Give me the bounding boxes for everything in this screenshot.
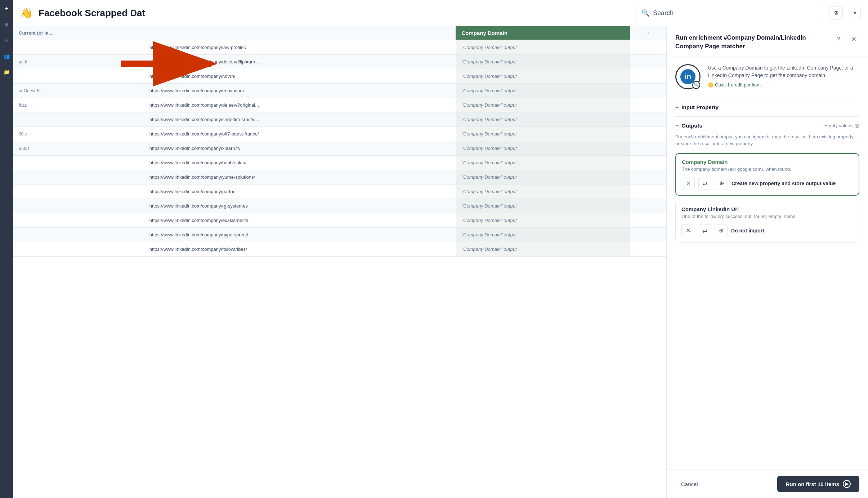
output-2-ignore-button[interactable]: ✕ (681, 224, 694, 237)
cell-company-domain: "Company Domain" output (456, 127, 630, 141)
outputs-label-text: Outputs (681, 123, 702, 129)
col-header-add[interactable]: + (630, 26, 666, 40)
cell-url: https://www.linkedin.com/company/deleev/… (144, 55, 456, 69)
cell-add (630, 98, 666, 112)
cell-url: https://www.linkedin.com/company/xlearn.… (144, 141, 456, 156)
output-1-create-button[interactable]: ⊕ (715, 177, 728, 190)
cell-company-domain: "Company Domain" output (456, 40, 630, 55)
cell-url: https://www.linkedin.com/company/enovaco… (144, 84, 456, 98)
table-row: https://www.linkedin.com/company/bubblep… (13, 156, 666, 170)
cell-add (630, 213, 666, 228)
sidebar-icon-people[interactable]: 👥 (2, 52, 11, 61)
outputs-toggle-icon: − (675, 123, 679, 129)
table-row: https://www.linkedin.com/company/partoo"… (13, 184, 666, 199)
run-button[interactable]: Run on first 10 items ▶ (777, 476, 859, 492)
output-2-action-label: Do not import (731, 228, 764, 234)
cell-company-domain: "Company Domain" output (456, 228, 630, 242)
sidebar-icon-grid[interactable]: ⊞ (2, 20, 11, 29)
cell-add (630, 141, 666, 156)
cell-add (630, 40, 666, 55)
divider-2 (675, 116, 859, 117)
chevron-down-button[interactable]: ▾ (849, 7, 861, 19)
search-bar-container: 🔍 (636, 6, 823, 20)
output-2-map-button[interactable]: ⇄ (698, 224, 711, 237)
cell-left-label (13, 69, 144, 84)
cell-add (630, 84, 666, 98)
table-row: fuzzhttps://www.linkedin.com/company/del… (13, 98, 666, 112)
filter-button[interactable]: ⚗ (829, 6, 843, 20)
cell-left-label: perti (13, 55, 144, 69)
cell-left-label (13, 228, 144, 242)
cell-company-domain: "Company Domain" output (456, 213, 630, 228)
cell-company-domain: "Company Domain" output (456, 55, 630, 69)
output-1-ignore-button[interactable]: ✕ (682, 177, 695, 190)
table-row: https://www.linkedin.com/company/hypersp… (13, 228, 666, 242)
eraser-icon: 🗑 (855, 123, 859, 128)
data-table: Current (or la... Company Domain + https… (13, 26, 666, 257)
panel-body: in 🔍 Use a Company Domain to get the Lin… (667, 57, 868, 470)
output-card-1-desc: The company domain (ex: google.com), whe… (682, 166, 853, 172)
output-1-action-label: Create new property and store output val… (731, 181, 836, 186)
close-button[interactable]: ✕ (848, 34, 859, 45)
table-row: https://www.linkedin.com/company/exakis-… (13, 213, 666, 228)
cell-left-label (13, 213, 144, 228)
run-button-icon: ▶ (843, 480, 851, 488)
run-button-label: Run on first 10 items (786, 481, 839, 487)
search-overlay-icon: 🔍 (692, 81, 700, 89)
info-description: Use a Company Domain to get the LinkedIn… (708, 64, 859, 89)
sidebar-icon-plus[interactable]: + (2, 4, 11, 13)
sidebar-icon-folder[interactable]: 📁 (2, 68, 11, 76)
cell-left-label (13, 242, 144, 257)
cell-left-label (13, 170, 144, 184)
table-row: https://www.linkedin.com/company/followt… (13, 242, 666, 257)
cell-url: https://www.linkedin.com/company/rg-syst… (144, 199, 456, 213)
sidebar-icon-home[interactable]: ⌂ (2, 36, 11, 45)
cell-url: https://www.linkedin.com/company/bubblep… (144, 156, 456, 170)
output-1-map-button[interactable]: ⇄ (698, 177, 711, 190)
divider-1 (675, 98, 859, 98)
output-2-create-button[interactable]: ⊕ (715, 224, 728, 237)
cell-add (630, 170, 666, 184)
cancel-button[interactable]: Cancel (675, 478, 704, 490)
input-property-section[interactable]: + Input Property (675, 104, 859, 111)
output-card-2-desc: One of the following: success, not_found… (681, 214, 853, 219)
cell-left-label (13, 199, 144, 213)
help-button[interactable]: ? (833, 34, 844, 45)
cell-left-label (13, 156, 144, 170)
panel-header: Run enrichment #Company Domain/LinkedIn … (667, 26, 868, 57)
header: 👋 Facebook Scrapped Dat 🔍 ⚗ ▾ (13, 0, 868, 26)
cell-left-label: 00le (13, 127, 144, 141)
cell-left-label: fuzz (13, 98, 144, 112)
cell-url: https://www.linkedin.com/company/partoo (144, 184, 456, 199)
enrichment-icon: in 🔍 (675, 64, 701, 89)
table-row: 6-05Thttps://www.linkedin.com/company/xl… (13, 141, 666, 156)
cell-left-label: 6-05T (13, 141, 144, 156)
col-header-url (144, 26, 456, 40)
cell-company-domain: "Company Domain" output (456, 69, 630, 84)
table-row: 00lehttps://www.linkedin.com/company/off… (13, 127, 666, 141)
cell-add (630, 228, 666, 242)
content-wrapper: Current (or la... Company Domain + https… (13, 26, 868, 498)
table-row: pertihttps://www.linkedin.com/company/de… (13, 55, 666, 69)
cell-company-domain: "Company Domain" output (456, 242, 630, 257)
cost-link[interactable]: 🪙 Cost: 1 credit per item (708, 81, 859, 89)
input-property-label: Input Property (681, 104, 719, 110)
cell-add (630, 127, 666, 141)
cell-add (630, 199, 666, 213)
cell-company-domain: "Company Domain" output (456, 170, 630, 184)
col-header-company-domain[interactable]: Company Domain (456, 26, 630, 40)
outputs-description: For each enrichment output, you can igno… (675, 133, 859, 147)
cell-url: https://www.linkedin.com/company/cegedim… (144, 112, 456, 127)
search-input[interactable] (653, 9, 818, 17)
outputs-header: − Outputs Empty values 🗑 (675, 123, 859, 129)
cell-url: https://www.linkedin.com/company/off7-ou… (144, 127, 456, 141)
app-emoji: 👋 (20, 7, 33, 19)
cell-url: https://www.linkedin.com/company/exakis-… (144, 213, 456, 228)
cell-url: https://www.linkedin.com/company/hypersp… (144, 228, 456, 242)
col-header-current: Current (or la... (13, 26, 144, 40)
cell-url: https://www.linkedin.com/company/deleev/… (144, 98, 456, 112)
sidebar: + ⊞ ⌂ 👥 📁 (0, 0, 13, 498)
search-icon: 🔍 (641, 9, 649, 17)
table-container: Current (or la... Company Domain + https… (13, 26, 666, 498)
empty-values-button[interactable]: Empty values 🗑 (824, 123, 859, 128)
